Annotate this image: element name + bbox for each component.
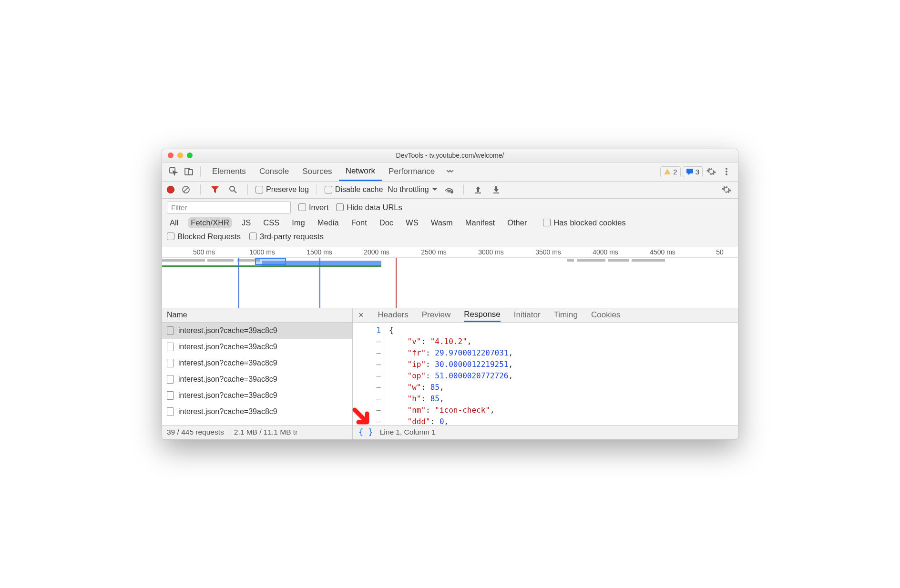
transfer-size: 2.1 MB / 11.1 MB tr [229, 428, 352, 436]
requests-count: 39 / 445 requests [162, 428, 229, 436]
inspect-element-icon[interactable] [167, 165, 180, 178]
detail-tab-initiator[interactable]: Initiator [514, 308, 541, 322]
device-toolbar-icon[interactable] [182, 165, 195, 178]
detail-tab-cookies[interactable]: Cookies [591, 308, 620, 322]
time-label: 3500 ms [535, 248, 561, 256]
filter-type-media[interactable]: Media [315, 217, 342, 228]
minimize-window-button[interactable] [177, 152, 183, 158]
more-tabs-chevron-icon[interactable] [443, 165, 457, 178]
svg-rect-11 [493, 193, 499, 193]
filter-row: Filter Invert Hide data URLs AllFetch/XH… [162, 199, 738, 246]
detail-pane: × HeadersPreviewResponseInitiatorTimingC… [353, 308, 738, 439]
status-bar-right: { } Line 1, Column 1 [353, 425, 738, 439]
detail-tabs: × HeadersPreviewResponseInitiatorTimingC… [353, 308, 738, 323]
filter-type-js[interactable]: JS [239, 217, 254, 228]
filter-type-fetch-xhr[interactable]: Fetch/XHR [188, 217, 232, 228]
time-label: 2500 ms [421, 248, 447, 256]
filter-icon[interactable] [208, 183, 222, 196]
warnings-count: 2 [673, 168, 677, 176]
traffic-lights [162, 152, 193, 158]
timeline-overview[interactable]: 500 ms1000 ms1500 ms2000 ms2500 ms3000 m… [162, 246, 738, 308]
close-window-button[interactable] [168, 152, 174, 158]
svg-point-8 [230, 186, 235, 191]
time-label: 3000 ms [478, 248, 504, 256]
request-list-pane: Name interest.json?cache=39ac8c9interest… [162, 308, 353, 439]
filter-type-other[interactable]: Other [504, 217, 530, 228]
devtools-tabs: ElementsConsoleSourcesNetworkPerformance… [162, 162, 738, 182]
tab-console[interactable]: Console [253, 162, 296, 181]
detail-tab-preview[interactable]: Preview [422, 308, 450, 322]
filter-input[interactable]: Filter [167, 202, 291, 213]
tab-elements[interactable]: Elements [205, 162, 253, 181]
preserve-log-checkbox[interactable]: Preserve log [256, 185, 309, 194]
request-name: interest.json?cache=39ac8c9 [178, 343, 277, 351]
separator [200, 166, 201, 177]
devtools-window: DevTools - tv.youtube.com/welcome/ Eleme… [162, 149, 738, 440]
filter-type-ws[interactable]: WS [403, 217, 421, 228]
has-blocked-cookies-checkbox[interactable]: Has blocked cookies [543, 218, 625, 227]
detail-tab-response[interactable]: Response [464, 308, 501, 322]
filter-type-img[interactable]: Img [289, 217, 308, 228]
filter-type-wasm[interactable]: Wasm [428, 217, 456, 228]
annotation-arrow [352, 407, 375, 430]
invert-checkbox[interactable]: Invert [298, 203, 328, 212]
messages-count: 3 [695, 168, 699, 176]
blocked-requests-checkbox[interactable]: Blocked Requests [167, 232, 241, 241]
close-detail-icon[interactable]: × [358, 310, 364, 320]
filter-type-all[interactable]: All [167, 217, 181, 228]
time-label: 50 [716, 248, 724, 256]
tab-performance[interactable]: Performance [382, 162, 441, 181]
request-row[interactable]: interest.json?cache=39ac8c9 [162, 323, 352, 339]
detail-tab-timing[interactable]: Timing [554, 308, 578, 322]
request-name: interest.json?cache=39ac8c9 [178, 359, 277, 367]
search-icon[interactable] [226, 183, 240, 196]
kebab-menu-icon[interactable] [720, 165, 733, 178]
response-body[interactable]: 1–––––––– { "v": "4.10.2", "fr": 29.9700… [353, 323, 738, 425]
svg-rect-10 [475, 193, 481, 193]
time-label: 1000 ms [249, 248, 275, 256]
request-row[interactable]: interest.json?cache=39ac8c9 [162, 355, 352, 371]
network-settings-gear-icon[interactable] [720, 183, 733, 196]
chevron-down-icon [432, 188, 438, 192]
filter-type-doc[interactable]: Doc [377, 217, 396, 228]
settings-gear-icon[interactable] [705, 165, 718, 178]
time-label: 1500 ms [307, 248, 332, 256]
time-label: 4000 ms [593, 248, 618, 256]
disable-cache-checkbox[interactable]: Disable cache [325, 185, 383, 194]
time-label: 4500 ms [650, 248, 675, 256]
network-conditions-icon[interactable] [442, 183, 456, 196]
request-list[interactable]: interest.json?cache=39ac8c9interest.json… [162, 323, 352, 425]
request-row[interactable]: interest.json?cache=39ac8c9 [162, 387, 352, 404]
request-row[interactable]: interest.json?cache=39ac8c9 [162, 339, 352, 355]
request-name: interest.json?cache=39ac8c9 [178, 407, 277, 416]
third-party-checkbox[interactable]: 3rd-party requests [249, 232, 324, 241]
messages-badge[interactable]: 3 [683, 166, 703, 177]
clear-icon[interactable] [179, 183, 193, 196]
svg-point-5 [726, 171, 727, 172]
record-button[interactable] [167, 186, 174, 193]
warnings-badge[interactable]: 2 [660, 166, 680, 177]
request-row[interactable]: interest.json?cache=39ac8c9 [162, 371, 352, 387]
filter-type-manifest[interactable]: Manifest [462, 217, 498, 228]
request-row[interactable]: interest.json?cache=39ac8c9 [162, 404, 352, 420]
request-name: interest.json?cache=39ac8c9 [178, 375, 277, 384]
detail-tab-headers[interactable]: Headers [378, 308, 409, 322]
cursor-position: Line 1, Column 1 [380, 428, 436, 436]
time-label: 500 ms [193, 248, 215, 256]
tab-sources[interactable]: Sources [296, 162, 338, 181]
tab-network[interactable]: Network [339, 162, 382, 181]
svg-point-6 [726, 173, 727, 175]
file-icon [167, 407, 174, 416]
name-column-header[interactable]: Name [162, 308, 352, 323]
download-har-icon[interactable] [490, 183, 503, 196]
filter-type-font[interactable]: Font [348, 217, 370, 228]
svg-rect-3 [686, 169, 693, 173]
filter-type-css[interactable]: CSS [260, 217, 282, 228]
titlebar: DevTools - tv.youtube.com/welcome/ [162, 149, 738, 162]
status-bar-left: 39 / 445 requests 2.1 MB / 11.1 MB tr [162, 425, 352, 439]
upload-har-icon[interactable] [471, 183, 485, 196]
maximize-window-button[interactable] [187, 152, 193, 158]
time-label: 2000 ms [364, 248, 389, 256]
hide-data-urls-checkbox[interactable]: Hide data URLs [336, 203, 402, 212]
throttling-select[interactable]: No throttling [388, 185, 437, 194]
